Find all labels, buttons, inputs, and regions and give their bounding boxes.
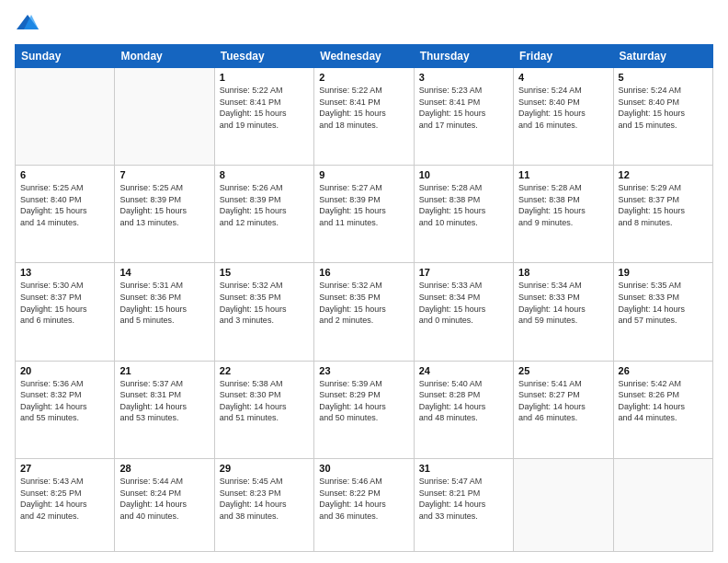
day-info: Sunrise: 5:30 AM Sunset: 8:37 PM Dayligh…	[20, 280, 109, 326]
day-number: 14	[119, 267, 209, 278]
day-number: 1	[220, 72, 309, 83]
day-info: Sunrise: 5:28 AM Sunset: 8:38 PM Dayligh…	[419, 182, 508, 228]
day-number: 31	[419, 463, 508, 474]
day-number: 4	[518, 72, 608, 83]
logo	[15, 11, 44, 37]
day-number: 30	[319, 463, 408, 474]
day-number: 6	[20, 169, 109, 180]
calendar-cell: 22Sunrise: 5:38 AM Sunset: 8:30 PM Dayli…	[214, 361, 313, 458]
calendar-week-row: 1Sunrise: 5:22 AM Sunset: 8:41 PM Daylig…	[16, 68, 713, 166]
weekday-header: Sunday	[16, 45, 115, 68]
calendar-cell: 21Sunrise: 5:37 AM Sunset: 8:31 PM Dayli…	[115, 361, 214, 458]
calendar-cell: 5Sunrise: 5:24 AM Sunset: 8:40 PM Daylig…	[613, 68, 712, 166]
calendar-cell: 16Sunrise: 5:32 AM Sunset: 8:35 PM Dayli…	[314, 263, 414, 361]
calendar-cell: 2Sunrise: 5:22 AM Sunset: 8:41 PM Daylig…	[314, 68, 414, 166]
day-number: 2	[319, 72, 408, 83]
calendar-cell: 6Sunrise: 5:25 AM Sunset: 8:40 PM Daylig…	[16, 166, 115, 263]
calendar-cell: 15Sunrise: 5:32 AM Sunset: 8:35 PM Dayli…	[214, 263, 313, 361]
day-info: Sunrise: 5:36 AM Sunset: 8:32 PM Dayligh…	[20, 378, 109, 424]
day-info: Sunrise: 5:28 AM Sunset: 8:38 PM Dayligh…	[518, 182, 608, 228]
day-number: 5	[619, 72, 708, 83]
day-info: Sunrise: 5:33 AM Sunset: 8:34 PM Dayligh…	[419, 280, 508, 326]
day-number: 12	[619, 169, 708, 180]
day-number: 29	[220, 463, 309, 474]
day-info: Sunrise: 5:38 AM Sunset: 8:30 PM Dayligh…	[220, 378, 309, 424]
calendar-cell: 17Sunrise: 5:33 AM Sunset: 8:34 PM Dayli…	[414, 263, 513, 361]
day-number: 3	[419, 72, 508, 83]
calendar-table: SundayMondayTuesdayWednesdayThursdayFrid…	[15, 44, 713, 552]
day-number: 8	[220, 169, 309, 180]
day-number: 9	[319, 169, 408, 180]
day-info: Sunrise: 5:25 AM Sunset: 8:40 PM Dayligh…	[20, 182, 109, 228]
calendar-cell	[115, 68, 214, 166]
day-info: Sunrise: 5:34 AM Sunset: 8:33 PM Dayligh…	[518, 280, 608, 326]
calendar-cell: 31Sunrise: 5:47 AM Sunset: 8:21 PM Dayli…	[414, 458, 513, 551]
day-info: Sunrise: 5:24 AM Sunset: 8:40 PM Dayligh…	[518, 85, 608, 131]
day-number: 13	[20, 267, 109, 278]
day-info: Sunrise: 5:39 AM Sunset: 8:29 PM Dayligh…	[319, 378, 408, 424]
header-row: SundayMondayTuesdayWednesdayThursdayFrid…	[16, 45, 713, 68]
calendar-cell: 9Sunrise: 5:27 AM Sunset: 8:39 PM Daylig…	[314, 166, 414, 263]
calendar-cell: 3Sunrise: 5:23 AM Sunset: 8:41 PM Daylig…	[414, 68, 513, 166]
calendar-week-row: 27Sunrise: 5:43 AM Sunset: 8:25 PM Dayli…	[16, 458, 713, 551]
calendar-cell: 8Sunrise: 5:26 AM Sunset: 8:39 PM Daylig…	[214, 166, 313, 263]
day-info: Sunrise: 5:27 AM Sunset: 8:39 PM Dayligh…	[319, 182, 408, 228]
day-info: Sunrise: 5:44 AM Sunset: 8:24 PM Dayligh…	[119, 476, 209, 522]
day-number: 10	[419, 169, 508, 180]
calendar-cell: 12Sunrise: 5:29 AM Sunset: 8:37 PM Dayli…	[613, 166, 712, 263]
day-info: Sunrise: 5:37 AM Sunset: 8:31 PM Dayligh…	[119, 378, 209, 424]
day-number: 27	[20, 463, 109, 474]
calendar-cell: 20Sunrise: 5:36 AM Sunset: 8:32 PM Dayli…	[16, 361, 115, 458]
day-info: Sunrise: 5:46 AM Sunset: 8:22 PM Dayligh…	[319, 476, 408, 522]
header	[15, 11, 713, 37]
calendar-cell: 19Sunrise: 5:35 AM Sunset: 8:33 PM Dayli…	[613, 263, 712, 361]
calendar-cell: 28Sunrise: 5:44 AM Sunset: 8:24 PM Dayli…	[115, 458, 214, 551]
day-info: Sunrise: 5:42 AM Sunset: 8:26 PM Dayligh…	[619, 378, 708, 424]
day-number: 26	[619, 365, 708, 376]
weekday-header: Thursday	[414, 45, 513, 68]
day-number: 25	[518, 365, 608, 376]
day-info: Sunrise: 5:35 AM Sunset: 8:33 PM Dayligh…	[619, 280, 708, 326]
day-number: 21	[119, 365, 209, 376]
calendar-cell	[613, 458, 712, 551]
day-info: Sunrise: 5:24 AM Sunset: 8:40 PM Dayligh…	[619, 85, 708, 131]
day-info: Sunrise: 5:23 AM Sunset: 8:41 PM Dayligh…	[419, 85, 508, 131]
day-number: 18	[518, 267, 608, 278]
calendar-cell: 4Sunrise: 5:24 AM Sunset: 8:40 PM Daylig…	[514, 68, 613, 166]
day-number: 16	[319, 267, 408, 278]
day-info: Sunrise: 5:25 AM Sunset: 8:39 PM Dayligh…	[119, 182, 209, 228]
calendar-cell	[514, 458, 613, 551]
calendar-cell: 27Sunrise: 5:43 AM Sunset: 8:25 PM Dayli…	[16, 458, 115, 551]
day-number: 20	[20, 365, 109, 376]
calendar-cell: 30Sunrise: 5:46 AM Sunset: 8:22 PM Dayli…	[314, 458, 414, 551]
calendar-cell: 14Sunrise: 5:31 AM Sunset: 8:36 PM Dayli…	[115, 263, 214, 361]
calendar-cell: 10Sunrise: 5:28 AM Sunset: 8:38 PM Dayli…	[414, 166, 513, 263]
day-info: Sunrise: 5:31 AM Sunset: 8:36 PM Dayligh…	[119, 280, 209, 326]
calendar-cell: 25Sunrise: 5:41 AM Sunset: 8:27 PM Dayli…	[514, 361, 613, 458]
calendar-cell: 24Sunrise: 5:40 AM Sunset: 8:28 PM Dayli…	[414, 361, 513, 458]
day-info: Sunrise: 5:43 AM Sunset: 8:25 PM Dayligh…	[20, 476, 109, 522]
weekday-header: Saturday	[613, 45, 712, 68]
day-number: 19	[619, 267, 708, 278]
day-number: 17	[419, 267, 508, 278]
calendar-cell: 13Sunrise: 5:30 AM Sunset: 8:37 PM Dayli…	[16, 263, 115, 361]
calendar-cell: 29Sunrise: 5:45 AM Sunset: 8:23 PM Dayli…	[214, 458, 313, 551]
day-number: 15	[220, 267, 309, 278]
calendar-cell: 18Sunrise: 5:34 AM Sunset: 8:33 PM Dayli…	[514, 263, 613, 361]
calendar-cell: 1Sunrise: 5:22 AM Sunset: 8:41 PM Daylig…	[214, 68, 313, 166]
day-number: 23	[319, 365, 408, 376]
day-info: Sunrise: 5:22 AM Sunset: 8:41 PM Dayligh…	[319, 85, 408, 131]
day-number: 11	[518, 169, 608, 180]
calendar-week-row: 20Sunrise: 5:36 AM Sunset: 8:32 PM Dayli…	[16, 361, 713, 458]
weekday-header: Tuesday	[214, 45, 313, 68]
logo-icon	[15, 11, 40, 37]
calendar-cell: 26Sunrise: 5:42 AM Sunset: 8:26 PM Dayli…	[613, 361, 712, 458]
day-info: Sunrise: 5:26 AM Sunset: 8:39 PM Dayligh…	[220, 182, 309, 228]
day-info: Sunrise: 5:41 AM Sunset: 8:27 PM Dayligh…	[518, 378, 608, 424]
day-number: 22	[220, 365, 309, 376]
weekday-header: Friday	[514, 45, 613, 68]
calendar-week-row: 6Sunrise: 5:25 AM Sunset: 8:40 PM Daylig…	[16, 166, 713, 263]
day-info: Sunrise: 5:47 AM Sunset: 8:21 PM Dayligh…	[419, 476, 508, 522]
calendar-cell: 11Sunrise: 5:28 AM Sunset: 8:38 PM Dayli…	[514, 166, 613, 263]
day-info: Sunrise: 5:22 AM Sunset: 8:41 PM Dayligh…	[220, 85, 309, 131]
